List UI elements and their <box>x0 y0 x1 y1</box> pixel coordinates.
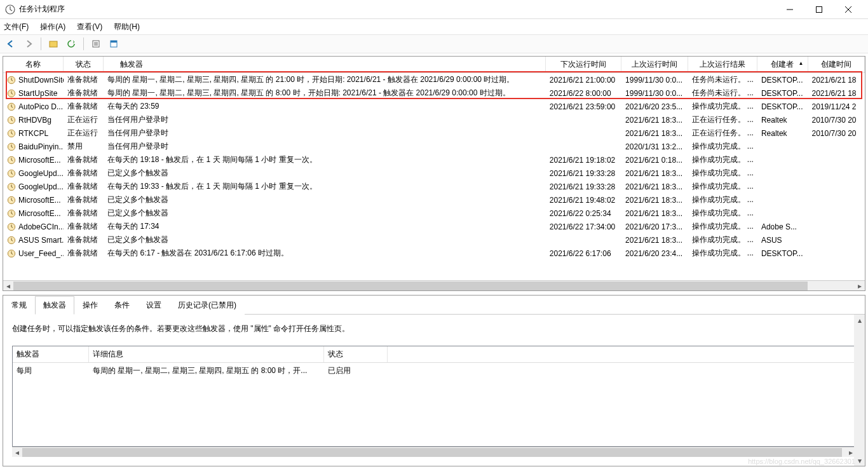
trigger-row[interactable]: 每周每周的 星期一, 星期二, 星期三, 星期四, 星期五 的 8:00 时，开… <box>13 363 855 379</box>
task-name: BaiduPinyin... <box>18 142 64 151</box>
task-list-body[interactable]: ShutDownSite准备就绪每周的 星期一, 星期二, 星期三, 星期四, … <box>3 73 865 280</box>
horizontal-scrollbar[interactable]: ◂ ▸ <box>3 280 865 290</box>
task-name-cell: MicrosoftE... <box>3 154 64 166</box>
table-row[interactable]: AutoPico D...准备就绪在每天的 23:592021/6/21 23:… <box>3 100 865 113</box>
task-trigger: 已定义多个触发器 <box>104 233 546 247</box>
task-trigger: 已定义多个触发器 <box>104 167 546 180</box>
task-last-run: 1999/11/30 0:0... <box>621 88 688 99</box>
task-name-cell: GoogleUpd... <box>3 168 64 179</box>
table-row[interactable]: GoogleUpd...准备就绪在每天的 19:33 - 触发后，在 1 天 期… <box>3 180 865 193</box>
task-name-cell: MicrosoftE... <box>3 208 64 219</box>
scroll-up-button[interactable]: ▴ <box>854 315 865 325</box>
menu-action[interactable]: 操作(A) <box>40 22 65 32</box>
task-next-run: 2021/6/21 19:33:28 <box>546 168 621 179</box>
task-trigger: 每周的 星期一, 星期二, 星期三, 星期四, 星期五 的 21:00 时，开始… <box>104 73 546 86</box>
task-author: DESKTOP... <box>757 248 808 259</box>
new-tab-button[interactable] <box>107 37 121 51</box>
table-row[interactable]: MicrosoftE...准备就绪已定义多个触发器2021/6/22 0:25:… <box>3 207 865 220</box>
tab-triggers[interactable]: 触发器 <box>35 296 74 315</box>
refresh-button[interactable] <box>64 37 78 51</box>
back-button[interactable] <box>4 37 18 51</box>
scroll-left-button[interactable]: ◂ <box>3 281 13 291</box>
task-result: 操作成功完成。 ... <box>688 167 757 180</box>
task-status: 准备就绪 <box>64 73 104 86</box>
forward-button[interactable] <box>22 37 36 51</box>
tab-history[interactable]: 历史记录(已禁用) <box>170 296 245 315</box>
task-last-run: 1999/11/30 0:0... <box>621 74 688 86</box>
trigger-status: 已启用 <box>324 363 388 379</box>
task-result: 操作成功完成。 ... <box>688 180 757 193</box>
task-next-run: 2021/6/22 8:00:00 <box>546 88 621 99</box>
trigger-body[interactable]: 每周每周的 星期一, 星期二, 星期三, 星期四, 星期五 的 8:00 时，开… <box>13 363 855 446</box>
task-name: AdobeGCIn... <box>18 222 64 231</box>
task-author <box>757 159 808 161</box>
table-row[interactable]: RTKCPL正在运行当任何用户登录时2021/6/21 18:3...正在运行任… <box>3 126 865 140</box>
task-list-header: 名称 状态 触发器 下次运行时间 上次运行时间 上次运行结果 创建者 创建时间 <box>3 57 865 73</box>
minimize-button[interactable] <box>775 0 804 19</box>
col-trigger[interactable]: 触发器 <box>104 57 546 72</box>
maximize-button[interactable] <box>804 0 834 19</box>
table-row[interactable]: MicrosoftE...准备就绪已定义多个触发器2021/6/21 19:48… <box>3 193 865 207</box>
col-author[interactable]: 创建者 <box>757 57 808 72</box>
task-next-run <box>546 119 621 121</box>
scroll-down-button[interactable]: ▾ <box>854 455 865 466</box>
table-row[interactable]: User_Feed_...准备就绪在每天的 6:17 - 触发器在 2031/6… <box>3 247 865 260</box>
task-trigger: 在每天的 19:18 - 触发后，在 1 天 期间每隔 1 小时 重复一次。 <box>104 153 546 167</box>
task-author: DESKTOP... <box>757 101 808 112</box>
menu-bar: 文件(F) 操作(A) 查看(V) 帮助(H) <box>0 19 868 34</box>
scrollbar-thumb[interactable] <box>22 448 842 457</box>
task-next-run <box>546 146 621 148</box>
task-last-run: 2021/6/21 18:3... <box>621 234 688 246</box>
task-result: 任务尚未运行。 ... <box>688 86 757 100</box>
col-trigger-type[interactable]: 触发器 <box>13 346 89 362</box>
col-name[interactable]: 名称 <box>3 57 64 72</box>
table-row[interactable]: AdobeGCIn...准备就绪在每天的 17:342021/6/22 17:3… <box>3 220 865 233</box>
col-trigger-detail[interactable]: 详细信息 <box>89 346 324 362</box>
task-last-run: 2021/6/20 17:3... <box>621 221 688 233</box>
scroll-left-button[interactable]: ◂ <box>12 447 22 458</box>
main-panel: 名称 状态 触发器 下次运行时间 上次运行时间 上次运行结果 创建者 创建时间 … <box>0 53 868 469</box>
scroll-right-button[interactable]: ▸ <box>855 281 865 291</box>
table-row[interactable]: StartUpSite准备就绪每周的 星期一, 星期二, 星期三, 星期四, 星… <box>3 86 865 100</box>
scrollbar-thumb[interactable] <box>13 282 808 290</box>
task-status: 准备就绪 <box>64 220 104 233</box>
col-created[interactable]: 创建时间 <box>808 57 865 72</box>
tab-settings[interactable]: 设置 <box>138 296 170 315</box>
window-controls <box>775 0 863 19</box>
task-name-cell: BaiduPinyin... <box>3 141 64 153</box>
detail-horizontal-scrollbar[interactable]: ◂ ▸ <box>12 447 856 457</box>
detail-vertical-scrollbar[interactable]: ▴ ▾ <box>854 315 865 466</box>
task-name-cell: StartUpSite <box>3 88 64 99</box>
toolbar-divider <box>83 37 84 50</box>
task-trigger: 已定义多个触发器 <box>104 193 546 207</box>
tab-actions[interactable]: 操作 <box>74 296 106 315</box>
col-result[interactable]: 上次运行结果 <box>688 57 757 72</box>
col-next[interactable]: 下次运行时间 <box>546 57 621 72</box>
menu-view[interactable]: 查看(V) <box>77 22 102 32</box>
task-status: 准备就绪 <box>64 153 104 167</box>
new-folder-button[interactable] <box>46 37 60 51</box>
task-status: 禁用 <box>64 140 104 153</box>
table-row[interactable]: GoogleUpd...准备就绪已定义多个触发器2021/6/21 19:33:… <box>3 167 865 180</box>
menu-help[interactable]: 帮助(H) <box>114 22 140 32</box>
table-row[interactable]: MicrosoftE...准备就绪在每天的 19:18 - 触发后，在 1 天 … <box>3 153 865 167</box>
task-result: 操作成功完成。 ... <box>688 100 757 113</box>
tab-conditions[interactable]: 条件 <box>106 296 138 315</box>
properties-button[interactable] <box>89 37 103 51</box>
table-row[interactable]: RtHDVBg正在运行当任何用户登录时2021/6/21 18:3...正在运行… <box>3 113 865 126</box>
close-button[interactable] <box>834 0 863 19</box>
menu-file[interactable]: 文件(F) <box>4 22 29 32</box>
table-row[interactable]: ShutDownSite准备就绪每周的 星期一, 星期二, 星期三, 星期四, … <box>3 73 865 86</box>
svg-rect-1 <box>817 6 822 12</box>
col-trigger-status[interactable]: 状态 <box>324 346 388 362</box>
title-bar: 任务计划程序 <box>0 0 868 19</box>
tab-general[interactable]: 常规 <box>3 296 35 315</box>
col-status[interactable]: 状态 <box>64 57 104 72</box>
table-row[interactable]: BaiduPinyin...禁用当任何用户登录时2020/1/31 13:2..… <box>3 140 865 153</box>
col-last[interactable]: 上次运行时间 <box>621 57 688 72</box>
task-last-run: 2021/6/21 18:3... <box>621 114 688 126</box>
table-row[interactable]: ASUS Smart...准备就绪已定义多个触发器2021/6/21 18:3.… <box>3 233 865 247</box>
task-last-run: 2021/6/20 23:4... <box>621 248 688 259</box>
task-status: 准备就绪 <box>64 180 104 193</box>
detail-tabs: 常规 触发器 操作 条件 设置 历史记录(已禁用) <box>3 296 865 315</box>
